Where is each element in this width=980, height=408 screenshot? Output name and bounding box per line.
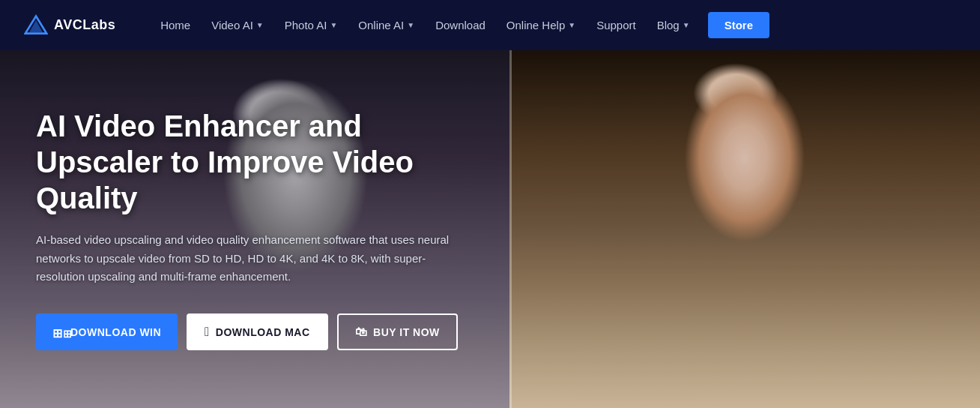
chevron-down-icon: ▼ xyxy=(407,21,414,29)
chevron-down-icon: ▼ xyxy=(568,21,575,29)
hero-image-divider xyxy=(509,50,512,408)
nav-item-video-ai[interactable]: Video AI ▼ xyxy=(202,13,273,38)
hero-description: AI-based video upscaling and video quali… xyxy=(36,231,471,286)
chevron-down-icon: ▼ xyxy=(256,21,264,29)
nav-item-download[interactable]: Download xyxy=(426,13,494,38)
logo-icon xyxy=(24,14,48,38)
buy-button[interactable]: 🛍 BUY IT NOW xyxy=(337,314,458,350)
download-win-button[interactable]: ⊞ DOWNLOAD WIN xyxy=(36,314,178,350)
apple-icon:  xyxy=(205,326,210,338)
shopping-bag-icon: 🛍 xyxy=(355,326,368,338)
hero-buttons: ⊞ DOWNLOAD WIN  DOWNLOAD MAC 🛍 BUY IT N… xyxy=(36,314,474,350)
hero-section: AI Video Enhancer and Upscaler to Improv… xyxy=(0,50,980,408)
store-button[interactable]: Store xyxy=(708,12,769,38)
download-mac-button[interactable]:  DOWNLOAD MAC xyxy=(187,314,327,350)
nav-item-online-ai[interactable]: Online AI ▼ xyxy=(349,13,423,38)
nav-item-online-help[interactable]: Online Help ▼ xyxy=(497,13,584,38)
logo-text: AVCLabs xyxy=(54,17,115,33)
windows-icon: ⊞ xyxy=(52,326,64,338)
nav-item-support[interactable]: Support xyxy=(587,13,645,38)
navbar: AVCLabs Home Video AI ▼ Photo AI ▼ Onlin… xyxy=(0,0,980,50)
nav-item-home[interactable]: Home xyxy=(151,13,199,38)
hero-image-colorized xyxy=(509,50,980,408)
logo[interactable]: AVCLabs xyxy=(24,14,115,38)
nav-item-photo-ai[interactable]: Photo AI ▼ xyxy=(276,13,347,38)
hero-content: AI Video Enhancer and Upscaler to Improv… xyxy=(0,50,509,408)
chevron-down-icon: ▼ xyxy=(683,21,690,29)
nav-item-blog[interactable]: Blog ▼ xyxy=(648,13,699,38)
nav-links: Home Video AI ▼ Photo AI ▼ Online AI ▼ D… xyxy=(151,12,956,38)
chevron-down-icon: ▼ xyxy=(330,21,337,29)
hero-title: AI Video Enhancer and Upscaler to Improv… xyxy=(36,108,474,216)
